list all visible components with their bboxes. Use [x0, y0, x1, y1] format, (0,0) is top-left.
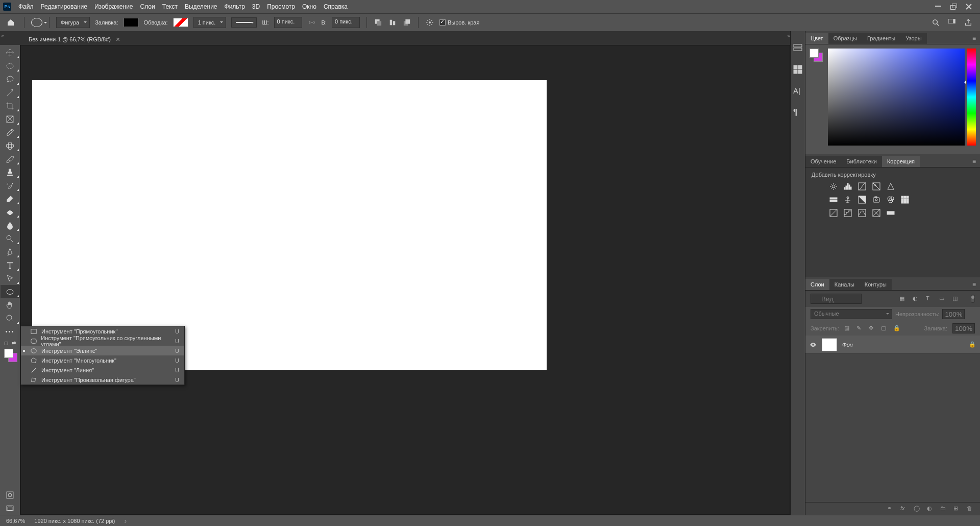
- adj-threshold-icon[interactable]: [857, 208, 867, 218]
- adj-brightness-icon[interactable]: [829, 182, 838, 191]
- workspace-icon[interactable]: [947, 18, 957, 27]
- close-tab-icon[interactable]: ×: [116, 37, 120, 42]
- filter-text-icon[interactable]: T: [926, 295, 934, 302]
- adj-vibrance-icon[interactable]: [886, 182, 895, 191]
- dock-handle-left[interactable]: »: [0, 31, 5, 40]
- shape-tool[interactable]: [1, 285, 20, 298]
- text-tool[interactable]: [1, 258, 20, 272]
- home-button[interactable]: [4, 16, 17, 29]
- more-tools[interactable]: •••: [1, 325, 20, 338]
- filter-shape-icon[interactable]: ▭: [939, 295, 947, 302]
- shape-mode-dropdown[interactable]: Фигура: [56, 17, 90, 28]
- lock-paint-icon[interactable]: ✎: [856, 325, 864, 332]
- layer-lock-icon[interactable]: 🔒: [969, 341, 976, 348]
- flyout-polygon[interactable]: Инструмент "Многоугольник"U: [21, 355, 184, 365]
- character-panel-icon[interactable]: A|: [793, 86, 802, 95]
- tab-color[interactable]: Цвет: [805, 33, 828, 44]
- window-maximize[interactable]: [950, 4, 957, 9]
- layer-fx-icon[interactable]: fx: [900, 505, 909, 512]
- blur-tool[interactable]: [1, 219, 20, 232]
- adjust-panel-menu[interactable]: ≡: [968, 156, 980, 167]
- zoom-level[interactable]: 66,67%: [6, 518, 25, 524]
- tab-learn[interactable]: Обучение: [805, 156, 841, 167]
- tab-gradients[interactable]: Градиенты: [862, 33, 900, 44]
- tab-libraries[interactable]: Библиотеки: [841, 156, 882, 167]
- lock-artboard-icon[interactable]: ▢: [881, 325, 888, 332]
- window-close[interactable]: [966, 4, 972, 10]
- adj-gradientmap-icon[interactable]: [886, 208, 895, 218]
- stroke-width-input[interactable]: 1 пикс.: [193, 17, 227, 28]
- align-icon[interactable]: [388, 18, 397, 27]
- status-flyout-icon[interactable]: ›: [125, 517, 127, 525]
- adj-hue-icon[interactable]: [829, 195, 838, 204]
- tab-paths[interactable]: Контуры: [860, 279, 892, 290]
- filter-smart-icon[interactable]: ◫: [952, 295, 961, 302]
- adj-exposure-icon[interactable]: [872, 182, 881, 191]
- adj-photofilter-icon[interactable]: [872, 195, 881, 204]
- swap-colors-icon[interactable]: ⇄: [12, 340, 16, 346]
- tab-swatches[interactable]: Образцы: [828, 33, 862, 44]
- default-colors-icon[interactable]: ◻: [4, 340, 8, 346]
- gradient-tool[interactable]: [1, 205, 20, 219]
- frame-tool[interactable]: [1, 112, 20, 126]
- tab-adjustments[interactable]: Коррекция: [882, 156, 920, 167]
- wand-tool[interactable]: [1, 86, 20, 99]
- menu-layers[interactable]: Слои: [140, 3, 155, 10]
- layer-name[interactable]: Фон: [842, 342, 853, 348]
- new-adjustment-icon[interactable]: ◐: [927, 505, 935, 512]
- lasso-tool[interactable]: [1, 73, 20, 86]
- adj-selective-icon[interactable]: [872, 208, 881, 218]
- crop-tool[interactable]: [1, 99, 20, 112]
- path-ops-icon[interactable]: [374, 18, 383, 27]
- stroke-color-swatch[interactable]: [173, 18, 188, 27]
- fill-color-swatch[interactable]: [124, 18, 139, 27]
- layers-panel-menu[interactable]: ≡: [968, 279, 980, 290]
- fill-opacity-input[interactable]: [952, 323, 975, 333]
- quickmask-toggle[interactable]: [1, 488, 20, 501]
- marquee-tool[interactable]: [1, 59, 20, 73]
- adj-colorbalance-icon[interactable]: [843, 195, 852, 204]
- new-layer-icon[interactable]: ⊞: [953, 505, 962, 512]
- color-field[interactable]: [828, 49, 965, 146]
- pen-tool[interactable]: [1, 245, 20, 258]
- hue-slider[interactable]: [967, 49, 976, 146]
- menu-text[interactable]: Текст: [162, 3, 178, 10]
- link-layers-icon[interactable]: ⚭: [887, 505, 895, 512]
- new-group-icon[interactable]: 🗀: [940, 505, 948, 512]
- menu-select[interactable]: Выделение: [185, 3, 217, 10]
- width-input[interactable]: 0 пикс.: [274, 17, 302, 28]
- menu-3d[interactable]: 3D: [252, 3, 260, 10]
- layer-visibility-icon[interactable]: [810, 341, 817, 348]
- dodge-tool[interactable]: [1, 232, 20, 245]
- tab-layers[interactable]: Слои: [805, 279, 829, 290]
- opacity-input[interactable]: [942, 309, 965, 319]
- filter-adjust-icon[interactable]: ◐: [913, 295, 921, 302]
- eraser-tool[interactable]: [1, 192, 20, 205]
- flyout-line[interactable]: Инструмент "Линия"U: [21, 365, 184, 375]
- share-icon[interactable]: [964, 18, 973, 27]
- search-icon[interactable]: [931, 18, 940, 27]
- zoom-tool[interactable]: [1, 312, 20, 325]
- lock-position-icon[interactable]: ✥: [869, 325, 876, 332]
- stroke-style-dropdown[interactable]: [231, 17, 257, 28]
- history-panel-icon[interactable]: [793, 43, 802, 53]
- filter-pixel-icon[interactable]: ▦: [899, 295, 908, 302]
- panel-fg-swatch[interactable]: [810, 49, 819, 58]
- add-mask-icon[interactable]: ◯: [914, 505, 922, 512]
- lock-pixels-icon[interactable]: ▨: [844, 325, 851, 332]
- layer-thumbnail[interactable]: [822, 338, 837, 351]
- doc-dimensions[interactable]: 1920 пикс. x 1080 пикс. (72 ppi): [34, 518, 115, 524]
- stamp-tool[interactable]: [1, 165, 20, 179]
- properties-panel-icon[interactable]: [793, 65, 802, 74]
- filter-toggle[interactable]: [971, 295, 975, 303]
- adj-levels-icon[interactable]: [843, 182, 852, 191]
- canvas-area[interactable]: [20, 45, 790, 515]
- color-swatches[interactable]: [0, 348, 20, 367]
- menu-image[interactable]: Изображение: [94, 3, 133, 10]
- align-edges-checkbox[interactable]: [439, 19, 446, 26]
- window-minimize[interactable]: [935, 4, 941, 7]
- menu-window[interactable]: Окно: [302, 3, 316, 10]
- adj-posterize-icon[interactable]: [843, 208, 852, 218]
- menu-view[interactable]: Просмотр: [267, 3, 295, 10]
- history-brush-tool[interactable]: [1, 179, 20, 192]
